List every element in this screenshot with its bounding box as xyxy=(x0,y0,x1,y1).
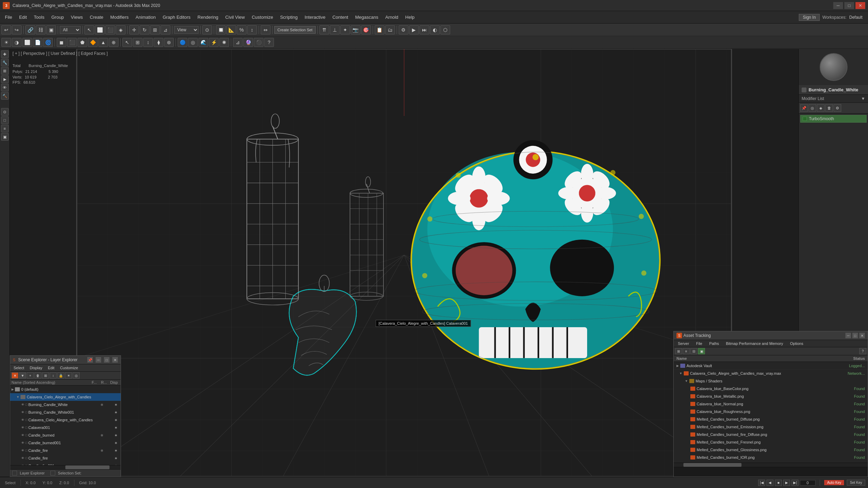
se-row-bcw001[interactable]: 👁 □ Burning_Candle_White001 ☀ xyxy=(10,408,121,416)
menu-tools[interactable]: Tools xyxy=(30,13,48,21)
se-render-btn[interactable]: ◎ xyxy=(73,372,80,379)
tb2-btn19[interactable]: 🌊 xyxy=(198,38,208,47)
modifier-item-turbosmooth[interactable]: TurboSmooth xyxy=(800,115,867,123)
placement-button[interactable]: ⊿ xyxy=(161,25,170,34)
frame-input[interactable] xyxy=(800,480,816,486)
utilities-tab[interactable]: 🔨 xyxy=(1,92,9,100)
at-expand-maxfile[interactable]: ▼ xyxy=(679,372,682,375)
at-row-vault[interactable]: ▶ Autodesk Vault Logged... xyxy=(674,362,868,370)
se-close-button[interactable]: ✕ xyxy=(112,357,118,363)
tb2-btn16[interactable]: ⊛ xyxy=(164,38,174,47)
create-tab[interactable]: ✚ xyxy=(1,50,9,58)
se-eye-cal001[interactable]: 👁 xyxy=(21,426,24,429)
tb2-btn6[interactable]: ◼ xyxy=(57,38,66,47)
tb2-btn12[interactable]: ↖ xyxy=(122,38,132,47)
redo-button[interactable]: ↪ xyxy=(12,25,22,34)
menu-create[interactable]: Create xyxy=(86,13,107,21)
minimize-button[interactable]: ─ xyxy=(833,2,843,9)
at-tb-help[interactable]: ? xyxy=(859,348,866,354)
angle-snap-button[interactable]: 📐 xyxy=(226,25,236,34)
object-color-swatch[interactable] xyxy=(802,88,806,92)
menu-file[interactable]: File xyxy=(1,13,16,21)
at-row-img-8[interactable]: Melted_Candles_burned_Glossiness.png Fou… xyxy=(674,446,868,454)
menu-arnold[interactable]: Arnold xyxy=(382,13,402,21)
at-menu-paths[interactable]: Paths xyxy=(706,341,722,346)
display-tab[interactable]: 👁 xyxy=(1,84,9,91)
spinner-snap-button[interactable]: ↕ xyxy=(247,25,257,34)
at-row-maxfile[interactable]: ▼ Calavera_Cielo_Alegre_with_Candles_max… xyxy=(674,370,868,377)
se-scrollbar-thumb[interactable] xyxy=(65,465,109,469)
anim-stop[interactable]: ■ xyxy=(775,480,782,486)
at-scrollbar[interactable] xyxy=(674,463,868,467)
at-minimize-button[interactable]: ─ xyxy=(845,333,851,338)
set-key-button[interactable]: Set Key xyxy=(847,480,865,486)
se-row-calavera-layer[interactable]: ▼ Calavera_Cielo_Alegre_with_Candles xyxy=(10,393,121,401)
menu-help[interactable]: Help xyxy=(402,13,418,21)
se-row-candle-burned[interactable]: 👁 □ Candle_burned ❄ ☀ xyxy=(10,431,121,439)
at-menu-options[interactable]: Options xyxy=(787,341,806,346)
tb2-btn7[interactable]: ⬛ xyxy=(67,38,77,47)
menu-modifiers[interactable]: Modifiers xyxy=(107,13,132,21)
se-maximize-button[interactable]: □ xyxy=(104,357,109,363)
se-row-calavera-obj[interactable]: 👁 □ Calavera_Cielo_Alegre_with_Candles ☀ xyxy=(10,416,121,424)
at-tb-btn3[interactable]: ⊟ xyxy=(690,348,697,354)
anim-prev-frame[interactable]: |◀ xyxy=(758,480,765,486)
modifier-enabled-checkbox[interactable] xyxy=(803,117,807,121)
link-button[interactable]: 🔗 xyxy=(25,25,35,34)
se-box-cf1[interactable]: □ xyxy=(25,449,27,452)
se-eye-bcw001[interactable]: 👁 xyxy=(21,411,24,414)
sign-in-button[interactable]: Sign In xyxy=(799,14,819,21)
maximize-button[interactable]: □ xyxy=(844,2,854,9)
se-box-cb001[interactable]: □ xyxy=(25,441,27,445)
at-row-maps-folder[interactable]: ▼ Maps / Shaders xyxy=(674,377,868,385)
close-button[interactable]: ✕ xyxy=(855,2,865,9)
se-menu-customize[interactable]: Customize xyxy=(58,365,80,371)
render-setup-button[interactable]: ⚙ xyxy=(399,25,408,34)
se-eye-cf1[interactable]: 👁 xyxy=(21,449,24,452)
se-row-cb001[interactable]: 👁 □ Candle_burned001 ☀ xyxy=(10,439,121,447)
se-select-all-btn[interactable]: ⊞ xyxy=(42,372,49,379)
at-maximize-button[interactable]: □ xyxy=(852,333,858,338)
tb2-btn20[interactable]: ⚡ xyxy=(209,38,219,47)
at-menu-server[interactable]: Server xyxy=(675,341,692,346)
se-box-cal-obj[interactable]: □ xyxy=(25,418,27,422)
se-row-calavera001[interactable]: 👁 □ Calavera001 ☀ xyxy=(10,424,121,431)
tb2-btn24[interactable]: ⚫ xyxy=(254,38,263,47)
at-menu-bitmap-perf[interactable]: Bitmap Performance and Memory xyxy=(723,341,786,346)
at-expand-vault[interactable]: ▶ xyxy=(676,364,679,367)
se-row-default[interactable]: ▶ 0 (default) xyxy=(10,386,121,393)
modify-tab[interactable]: 🔧 xyxy=(1,59,9,66)
se-menu-edit[interactable]: Edit xyxy=(46,365,57,371)
render-button[interactable]: ▶ xyxy=(409,25,419,34)
align-view-button[interactable]: 🎯 xyxy=(361,25,371,34)
se-row-bcw[interactable]: 👁 □ Burning_Candle_White ❄ ☀ xyxy=(10,401,121,408)
menu-civil-view[interactable]: Civil View xyxy=(222,13,248,21)
menu-animation[interactable]: Animation xyxy=(132,13,159,21)
move-button[interactable]: ✛ xyxy=(129,25,139,34)
se-box-cal001[interactable]: □ xyxy=(25,426,27,429)
create-selection-set-button[interactable]: Create Selection Set xyxy=(274,26,316,34)
undo-button[interactable]: ↩ xyxy=(1,25,11,34)
se-sun-btn[interactable]: ☀ xyxy=(65,372,72,379)
se-eye-bcw[interactable]: 👁 xyxy=(21,403,24,406)
left-snap-btn[interactable]: ⊙ xyxy=(1,108,9,116)
se-box-bcw[interactable]: □ xyxy=(25,403,27,406)
at-menu-file[interactable]: File xyxy=(693,341,705,346)
snap-toggle-button[interactable]: 🔲 xyxy=(216,25,226,34)
se-delete-btn[interactable]: 🗑 xyxy=(34,372,41,379)
scale-button[interactable]: ⊞ xyxy=(150,25,160,34)
se-invert-btn[interactable]: ↕ xyxy=(50,372,57,379)
se-minimize-button[interactable]: ─ xyxy=(96,357,101,363)
at-tb-btn1[interactable]: ⊞ xyxy=(675,348,682,354)
tb2-btn15[interactable]: ⧫ xyxy=(154,38,163,47)
align-camera-button[interactable]: 📷 xyxy=(351,25,360,34)
pin-stack-button[interactable]: 📌 xyxy=(800,104,808,112)
menu-views[interactable]: Views xyxy=(67,13,86,21)
tb2-btn4[interactable]: 📄 xyxy=(33,38,42,47)
at-close-button[interactable]: ✕ xyxy=(859,333,865,338)
menu-edit[interactable]: Edit xyxy=(16,13,30,21)
align-button[interactable]: ⇈ xyxy=(319,25,329,34)
menu-content[interactable]: Content xyxy=(329,13,352,21)
menu-megascans[interactable]: Megascans xyxy=(352,13,382,21)
render-last-button[interactable]: ⏭ xyxy=(420,25,429,34)
